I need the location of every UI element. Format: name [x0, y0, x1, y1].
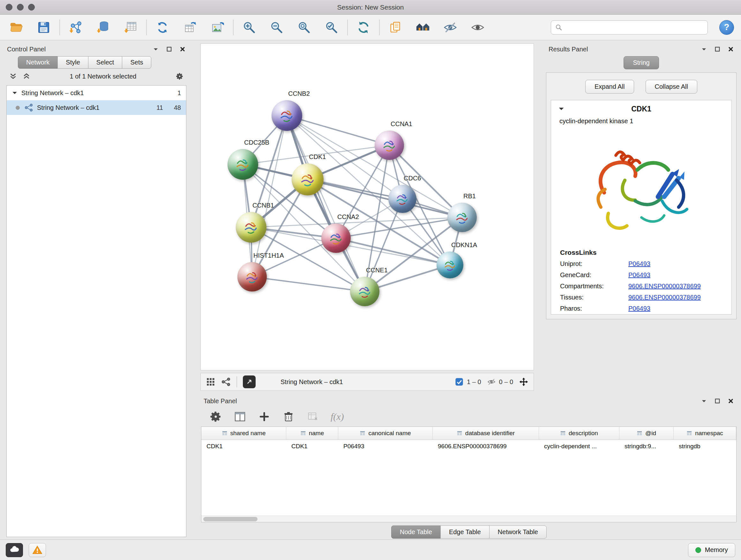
panel-float-icon[interactable]: [166, 46, 172, 52]
network-node-CCNA1[interactable]: [375, 131, 404, 160]
maximize-window-button[interactable]: [28, 4, 35, 10]
panel-close-icon[interactable]: [179, 46, 186, 52]
zoom-out-button[interactable]: [267, 18, 286, 37]
selected-checkbox-icon[interactable]: [455, 377, 464, 386]
crosslink-link[interactable]: 9606.ENSP00000378699: [628, 294, 701, 301]
column-header[interactable]: namespac: [674, 427, 736, 440]
warnings-button[interactable]: [29, 543, 46, 557]
protein-section-header[interactable]: CDK1: [551, 100, 731, 118]
apply-layout-button[interactable]: [354, 18, 373, 37]
column-header[interactable]: name: [286, 427, 338, 440]
table-settings-gear-icon[interactable]: [209, 410, 222, 423]
section-collapse-triangle-icon[interactable]: [558, 106, 564, 112]
column-header[interactable]: @id: [619, 427, 674, 440]
help-button[interactable]: ?: [719, 20, 734, 35]
birdseye-view-icon[interactable]: [221, 377, 231, 387]
panel-menu-icon[interactable]: [152, 46, 159, 52]
duplicate-page-button[interactable]: [386, 18, 405, 37]
column-header[interactable]: description: [539, 427, 619, 440]
network-node-CDC25B[interactable]: [227, 149, 258, 180]
network-edge[interactable]: [287, 116, 365, 292]
hide-selected-button[interactable]: [441, 18, 460, 37]
network-node-CDC6[interactable]: [388, 185, 416, 213]
export-table-button[interactable]: [181, 18, 199, 37]
close-window-button[interactable]: [6, 4, 12, 10]
scrollbar-thumb[interactable]: [203, 517, 258, 521]
tab-node-table[interactable]: Node Table: [391, 525, 441, 539]
table-cell[interactable]: cyclin-dependent ...: [539, 440, 619, 453]
table-cell[interactable]: P06493: [338, 440, 433, 453]
column-header[interactable]: canonical name: [338, 427, 433, 440]
first-neighbors-button[interactable]: [414, 18, 432, 37]
import-table-button[interactable]: [121, 18, 140, 37]
tab-edge-table[interactable]: Edge Table: [441, 525, 489, 539]
function-builder-button[interactable]: f(x): [331, 411, 344, 422]
collection-row[interactable]: String Network – cdk11: [7, 85, 186, 100]
show-all-button[interactable]: [468, 18, 487, 37]
panel-close-icon[interactable]: [728, 398, 734, 404]
zoom-fit-button[interactable]: [295, 18, 313, 37]
crosslink-link[interactable]: P06493: [628, 305, 650, 312]
column-header[interactable]: database identifier: [433, 427, 539, 440]
network-edge[interactable]: [252, 277, 365, 292]
panel-menu-icon[interactable]: [701, 398, 707, 404]
collapse-all-icon[interactable]: [9, 72, 17, 80]
table-cell[interactable]: CDK1: [286, 440, 338, 453]
grid-view-icon[interactable]: [206, 377, 215, 387]
network-node-CCNB2[interactable]: [272, 100, 302, 131]
expand-all-icon[interactable]: [22, 72, 30, 80]
panel-float-icon[interactable]: [714, 398, 721, 404]
panel-close-icon[interactable]: [728, 46, 734, 52]
clone-network-button[interactable]: [153, 18, 172, 37]
network-node-CDK1[interactable]: [292, 164, 324, 195]
search-input[interactable]: [566, 23, 704, 31]
tab-string[interactable]: String: [623, 56, 659, 69]
network-node-CCNA2[interactable]: [321, 224, 351, 253]
network-options-gear-icon[interactable]: [176, 72, 184, 80]
crosslink-link[interactable]: P06493: [628, 260, 650, 267]
add-column-plus-icon[interactable]: [258, 410, 271, 423]
tab-network-table[interactable]: Network Table: [489, 525, 547, 539]
network-edge[interactable]: [287, 116, 389, 145]
table-cell[interactable]: CDK1: [201, 440, 286, 453]
zoom-selected-button[interactable]: [322, 18, 341, 37]
memory-button[interactable]: Memory: [688, 543, 735, 557]
table-cell[interactable]: stringdb: [674, 440, 736, 453]
import-network-file-button[interactable]: [66, 18, 85, 37]
network-node-CCNE1[interactable]: [350, 277, 380, 306]
tab-style[interactable]: Style: [57, 56, 88, 69]
network-node-HIST1H1A[interactable]: [238, 262, 267, 292]
delete-column-trash-icon[interactable]: [282, 410, 295, 423]
minimize-window-button[interactable]: [17, 4, 23, 10]
network-row[interactable]: String Network – cdk11148: [7, 100, 186, 115]
table-cell[interactable]: 9606.ENSP00000378699: [433, 440, 539, 453]
expand-all-button[interactable]: Expand All: [585, 80, 634, 94]
crosslink-link[interactable]: P06493: [628, 271, 650, 279]
table-horizontal-scrollbar[interactable]: [201, 516, 736, 522]
network-canvas[interactable]: CCNB2CCNA1CDC25BCDK1CDC6RB1CCNB1CCNA2CDK…: [200, 44, 534, 370]
save-session-button[interactable]: [35, 18, 53, 37]
tab-select[interactable]: Select: [88, 56, 123, 69]
cloud-button[interactable]: [6, 543, 23, 557]
column-header[interactable]: shared name: [201, 427, 286, 440]
panel-menu-icon[interactable]: [701, 46, 707, 52]
collapse-all-button[interactable]: Collapse All: [646, 80, 697, 94]
table-row[interactable]: CDK1CDK1P064939606.ENSP00000378699cyclin…: [201, 440, 736, 453]
network-edge[interactable]: [308, 179, 462, 217]
zoom-in-button[interactable]: [240, 18, 259, 37]
export-image-button[interactable]: [208, 18, 226, 37]
collapse-triangle-icon[interactable]: [12, 90, 17, 96]
pan-move-icon[interactable]: [519, 377, 529, 387]
network-node-CDKN1A[interactable]: [436, 252, 463, 278]
hidden-eye-slash-icon[interactable]: [487, 377, 496, 386]
open-session-button[interactable]: [7, 18, 25, 37]
crosslink-link[interactable]: 9606.ENSP00000378699: [628, 283, 701, 290]
tab-sets[interactable]: Sets: [122, 56, 151, 69]
network-node-RB1[interactable]: [448, 203, 477, 232]
tab-network[interactable]: Network: [18, 56, 58, 69]
panel-float-icon[interactable]: [714, 46, 721, 52]
show-columns-icon[interactable]: [233, 410, 246, 423]
import-network-database-button[interactable]: [94, 18, 112, 37]
network-node-CCNB1[interactable]: [236, 212, 266, 243]
table-cell[interactable]: stringdb:9...: [619, 440, 674, 453]
